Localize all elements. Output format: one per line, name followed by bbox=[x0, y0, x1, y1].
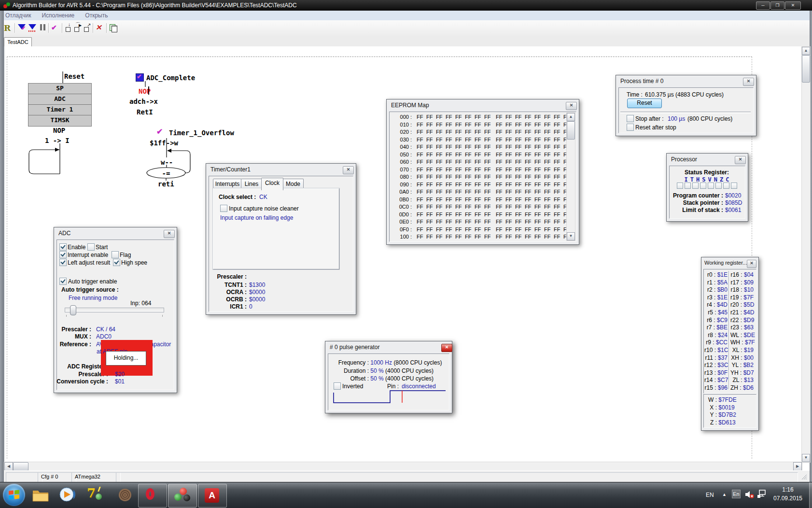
flow-cond[interactable]: -= bbox=[159, 169, 173, 177]
menu-item-2[interactable]: Открыть bbox=[80, 11, 113, 19]
tray-language[interactable]: EN bbox=[706, 492, 714, 498]
menu-item-0[interactable]: Отладчик bbox=[0, 11, 36, 19]
flag-checkbox-z[interactable] bbox=[723, 183, 729, 189]
pulse-param-value[interactable]: 1000 Hz bbox=[369, 359, 393, 366]
acrobat-taskbar-button[interactable]: A bbox=[198, 484, 227, 508]
scroll-down-icon[interactable]: ▼ bbox=[567, 232, 575, 240]
adc-checkbox-interrupt-enable[interactable] bbox=[59, 251, 67, 258]
step-out-icon[interactable]: ↗ bbox=[83, 23, 92, 33]
adc-prescaler-value[interactable]: CK / 64 bbox=[96, 326, 115, 333]
flow-label-timer1-overflow[interactable]: Timer_1_Overflow bbox=[169, 129, 234, 137]
flow-block-timer-1[interactable]: Timer 1 bbox=[28, 104, 92, 116]
falling-edge-link[interactable]: Input capture on falling edge bbox=[220, 214, 293, 221]
flag-checkbox-t[interactable] bbox=[685, 183, 691, 189]
explorer-icon[interactable] bbox=[32, 487, 49, 503]
timer-reg-value[interactable]: $1300 bbox=[249, 282, 265, 288]
pulse-param-value[interactable]: 50 % bbox=[369, 375, 385, 382]
tab-clock[interactable]: Clock bbox=[261, 178, 283, 190]
reset-after-stop-checkbox[interactable] bbox=[627, 124, 634, 131]
media-player-icon[interactable] bbox=[59, 487, 75, 503]
canvas-vscrollbar[interactable]: ▲ ▼ bbox=[801, 46, 811, 463]
stop-icon[interactable]: ✕ bbox=[96, 23, 104, 33]
input-slider-track[interactable] bbox=[65, 308, 164, 312]
close-icon[interactable]: ✕ bbox=[735, 156, 746, 164]
adc-checkbox-enable[interactable] bbox=[59, 243, 67, 251]
flow-reti-int[interactable]: RetI bbox=[137, 108, 153, 116]
opera-taskbar-button[interactable] bbox=[138, 484, 167, 508]
flow-label-adc-complete[interactable]: ADC_Complete bbox=[146, 74, 195, 82]
timer-reg-value[interactable]: $0000 bbox=[249, 296, 265, 303]
scroll-up-icon[interactable]: ▲ bbox=[567, 113, 575, 121]
scroll-down-icon[interactable]: ▼ bbox=[802, 454, 810, 462]
scroll-left-icon[interactable]: ◀ bbox=[4, 462, 13, 471]
flow-dec-w[interactable]: w-- bbox=[161, 158, 173, 166]
flow-block-adc[interactable]: ADC bbox=[28, 94, 92, 105]
close-button[interactable]: ✕ bbox=[785, 1, 801, 10]
resize-grip[interactable] bbox=[801, 474, 808, 480]
flag-checkbox-h[interactable] bbox=[692, 183, 699, 189]
flow-nop[interactable]: NOP bbox=[53, 127, 65, 134]
flow-load-w[interactable]: $1ff->w bbox=[150, 139, 178, 147]
copy-icon[interactable] bbox=[109, 23, 118, 33]
step-into-icon[interactable]: ↓ bbox=[65, 23, 73, 33]
run-icon[interactable]: R bbox=[4, 23, 13, 33]
tray-keyboard-layout[interactable]: En bbox=[732, 490, 741, 498]
maximize-button[interactable]: ❐ bbox=[770, 1, 784, 10]
clock-select-value[interactable]: CK bbox=[259, 194, 267, 200]
pulse-param-value[interactable]: 50 % bbox=[369, 367, 385, 374]
timer-reg-value[interactable]: $0000 bbox=[249, 289, 265, 296]
pause-icon[interactable] bbox=[39, 23, 47, 33]
network-icon[interactable] bbox=[757, 490, 766, 499]
scroll-thumb[interactable] bbox=[13, 462, 28, 471]
adc-checkbox-left-adjust-result[interactable] bbox=[59, 259, 67, 266]
stop-after-chec kbox[interactable] bbox=[627, 115, 634, 122]
close-icon[interactable]: ✕ bbox=[441, 344, 452, 352]
flow-block-sp[interactable]: SP bbox=[28, 83, 92, 95]
close-icon[interactable]: ✕ bbox=[343, 166, 354, 174]
canvas-hscrollbar[interactable]: ◀ ▶ bbox=[4, 462, 802, 471]
scroll-thumb[interactable] bbox=[567, 121, 575, 140]
flow-set-i[interactable]: 1 -> I bbox=[45, 137, 70, 144]
adc-complete-breakpoint-checkbox[interactable] bbox=[136, 73, 144, 82]
flow-label-reset[interactable]: Reset bbox=[64, 72, 84, 80]
flow-reti[interactable]: reti bbox=[158, 180, 174, 188]
close-icon[interactable]: ✕ bbox=[747, 260, 756, 268]
adc-mux-value[interactable]: ADC0 bbox=[96, 333, 112, 340]
syntax-check-icon[interactable]: ✔ bbox=[51, 23, 60, 33]
flag-checkbox-c[interactable] bbox=[731, 183, 737, 189]
show-desktop-button[interactable] bbox=[809, 482, 812, 508]
input-slider-thumb[interactable] bbox=[70, 305, 76, 315]
scroll-thumb[interactable] bbox=[802, 55, 810, 83]
adc-checkbox-flag[interactable] bbox=[112, 251, 119, 258]
reset-button[interactable]: Reset bbox=[627, 99, 662, 108]
timer-reg-value[interactable]: 0 bbox=[249, 303, 252, 310]
run-with-breakpoints-icon[interactable] bbox=[28, 23, 37, 33]
noise-cleaner-checkbox[interactable] bbox=[220, 205, 227, 212]
flag-checkbox-n[interactable] bbox=[715, 183, 722, 189]
timer-overflow-check-icon[interactable]: ✔ bbox=[156, 127, 163, 136]
scroll-up-icon[interactable]: ▲ bbox=[802, 47, 810, 55]
menu-item-1[interactable]: Исполнение bbox=[36, 11, 80, 19]
minimize-button[interactable]: ─ bbox=[756, 1, 770, 10]
close-icon[interactable]: ✕ bbox=[743, 78, 754, 86]
start-button[interactable] bbox=[3, 484, 25, 506]
adc-checkbox-high-spee[interactable] bbox=[113, 259, 120, 266]
build-run-icon[interactable]: ✔ bbox=[17, 23, 26, 33]
flag-checkbox-v[interactable] bbox=[708, 183, 714, 189]
scroll-right-icon[interactable]: ▶ bbox=[793, 462, 802, 471]
flow-block-timsk[interactable]: TIMSK bbox=[28, 115, 92, 127]
stop-after-value[interactable]: 100 µs bbox=[668, 115, 685, 122]
close-icon[interactable]: ✕ bbox=[566, 102, 577, 110]
step-over-icon[interactable]: ⌒ ▶ bbox=[73, 23, 82, 33]
shell-icon[interactable] bbox=[117, 487, 133, 503]
close-icon[interactable]: ✕ bbox=[164, 230, 175, 238]
flag-checkbox-i[interactable] bbox=[677, 183, 683, 189]
volume-muted-icon[interactable] bbox=[745, 490, 755, 499]
auto-trigger-source-value[interactable]: Free running mode bbox=[69, 295, 117, 301]
algorithm-builder-taskbar-button[interactable] bbox=[168, 484, 197, 508]
flow-adch-x[interactable]: adch->x bbox=[129, 98, 158, 105]
auto-trigger-checkbox[interactable] bbox=[59, 278, 67, 285]
tray-clock-date[interactable]: 07.09.2015 bbox=[770, 495, 805, 502]
seven-zip-icon[interactable]: 7 bbox=[87, 486, 104, 504]
adc-checkbox-start[interactable] bbox=[87, 243, 95, 251]
